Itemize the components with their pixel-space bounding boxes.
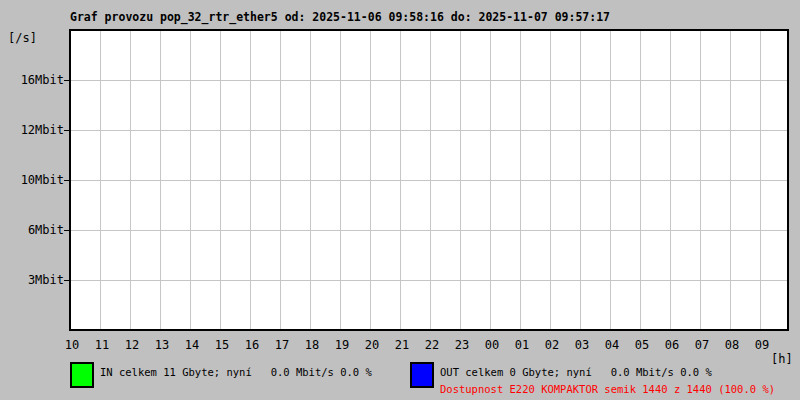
x-axis-tick-label: 21: [388, 339, 416, 351]
x-axis-tick-label: 20: [358, 339, 386, 351]
x-axis-tick-label: 05: [628, 339, 656, 351]
y-axis-tick-label: 3Mbit: [0, 274, 64, 286]
y-axis-tick-label: 12Mbit: [0, 124, 64, 136]
x-axis-tick-label: 09: [748, 339, 776, 351]
x-axis-tick-label: 04: [598, 339, 626, 351]
in-legend-swatch: [70, 362, 94, 388]
y-axis-tick-label: 16Mbit: [0, 74, 64, 86]
x-axis-tick-label: 23: [448, 339, 476, 351]
x-axis-tick-label: 00: [478, 339, 506, 351]
x-axis-tick-label: 19: [328, 339, 356, 351]
x-axis-tick-label: 08: [718, 339, 746, 351]
x-axis-tick-label: 07: [688, 339, 716, 351]
x-axis-tick-label: 14: [178, 339, 206, 351]
x-axis-tick-label: 11: [88, 339, 116, 351]
x-axis-tick-label: 17: [268, 339, 296, 351]
x-axis-tick-label: 22: [418, 339, 446, 351]
x-axis-tick-label: 16: [238, 339, 266, 351]
out-legend-label: OUT celkem 0 Gbyte; nyní 0.0 Mbit/s 0.0 …: [440, 366, 712, 378]
mrtg-graph-window: Graf provozu pop_32_rtr_ether5 od: 2025-…: [0, 0, 800, 400]
x-axis-tick-label: 02: [538, 339, 566, 351]
x-axis-tick-label: 06: [658, 339, 686, 351]
y-axis-tick-label: 6Mbit: [0, 224, 64, 236]
x-axis-tick-label: 03: [568, 339, 596, 351]
x-axis-tick-label: 13: [148, 339, 176, 351]
in-legend-label: IN celkem 11 Gbyte; nyní 0.0 Mbit/s 0.0 …: [100, 366, 372, 378]
x-axis-tick-label: 10: [58, 339, 86, 351]
x-axis-tick-label: 12: [118, 339, 146, 351]
x-axis-tick-label: 15: [208, 339, 236, 351]
out-legend-swatch: [410, 362, 434, 388]
x-axis-tick-label: 18: [298, 339, 326, 351]
x-axis-unit-label: [h]: [771, 352, 793, 366]
availability-label: Dostupnost E220 KOMPAKTOR semik 1440 z 1…: [440, 383, 775, 395]
y-axis-tick-label: 10Mbit: [0, 174, 64, 186]
x-axis-tick-label: 01: [508, 339, 536, 351]
